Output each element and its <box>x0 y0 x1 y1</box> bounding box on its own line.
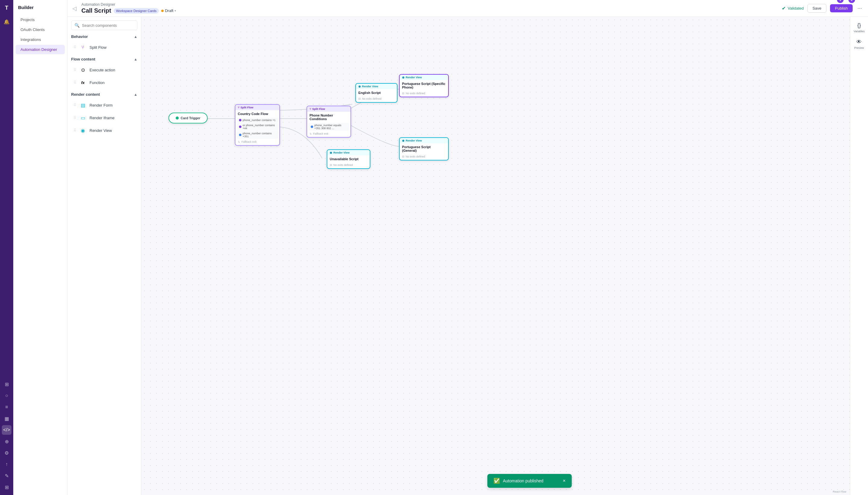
flow-canvas[interactable]: Card Trigger ⑂ Split Flow Country Code F… <box>141 17 850 495</box>
comp-render-view[interactable]: ⠿ ◉ Render View <box>71 124 137 136</box>
render-form-icon: ▤ <box>79 101 86 109</box>
breadcrumb: Automation Designer <box>81 2 176 6</box>
comp-render-form[interactable]: ⠿ ▤ Render Form <box>71 99 137 111</box>
publish-button[interactable]: Publish <box>830 4 853 12</box>
node-english-script[interactable]: ◉ Render View English Script ⊟ No exits … <box>355 83 397 103</box>
sidebar-item-automation[interactable]: Automation Designer <box>16 45 65 54</box>
sidebar-item-oauth[interactable]: OAuth Clients <box>16 25 65 34</box>
execute-action-icon: ⊙ <box>79 66 86 73</box>
nav-edit-icon[interactable]: ✎ <box>2 471 12 480</box>
behavior-section-header: Behavior ▲ <box>71 34 137 39</box>
app-logo[interactable]: T <box>2 3 12 13</box>
node-phone-number-conditions[interactable]: ⑂ Split Flow Phone Number Conditions pho… <box>307 106 351 138</box>
badge-2: 2 <box>848 0 855 3</box>
nav-list-icon[interactable]: ≡ <box>2 402 12 412</box>
page-title: Call Script <box>81 7 111 14</box>
nav-settings-icon[interactable]: ⚙ <box>2 448 12 458</box>
react-flow-label: React Flow <box>833 490 846 493</box>
render-iframe-label: Render Iframe <box>89 116 115 120</box>
drag-handle-function: ⠿ <box>73 80 76 85</box>
comp-split-flow[interactable]: ⠿ ⑂ Split Flow <box>71 41 137 53</box>
phone-condition-1: phone_number equals +351 308 802 ... <box>308 123 349 131</box>
search-box[interactable]: 🔍 <box>71 20 137 30</box>
drag-handle-split: ⠿ <box>73 45 76 49</box>
variables-label: Variables <box>853 30 865 33</box>
render-form-label: Render Form <box>89 103 113 107</box>
node-unavailable-script[interactable]: ◉ Render View Unavailable Script ⊟ No ex… <box>327 149 371 169</box>
comp-render-iframe[interactable]: ⠿ ▭ Render Iframe <box>71 112 137 124</box>
unavailable-title: Unavailable Script <box>327 155 370 163</box>
nav-home-icon[interactable]: ⊞ <box>2 379 12 389</box>
flow-content-collapse[interactable]: ▲ <box>134 57 137 62</box>
comp-execute-action[interactable]: ⠿ ⊙ Execute action <box>71 64 137 76</box>
component-panel: 🔍 Behavior ▲ ⠿ ⑂ Split Flow Flow content… <box>67 17 141 495</box>
function-label: Function <box>89 80 104 85</box>
nav-grid-icon[interactable]: ⊞ <box>2 482 12 492</box>
nav-puzzle-icon[interactable]: ⊕ <box>2 437 12 446</box>
render-content-collapse[interactable]: ▲ <box>134 92 137 97</box>
right-panel: {} Variables 👁 Preview <box>850 17 868 495</box>
comp-function[interactable]: ⠿ fx Function <box>71 76 137 88</box>
nav-bell[interactable]: 🔔 <box>2 17 12 27</box>
node-card-trigger[interactable]: Card Trigger <box>168 113 208 123</box>
toast-message: Automation published <box>503 478 544 483</box>
draft-dot <box>161 10 164 12</box>
nav-contacts-icon[interactable]: ○ <box>2 391 12 400</box>
search-input[interactable] <box>82 23 134 28</box>
trigger-dot <box>176 117 179 120</box>
preview-icon: 👁 <box>856 39 862 45</box>
condition-1: phone_number contains +1 <box>236 118 278 122</box>
behavior-collapse[interactable]: ▲ <box>134 35 137 39</box>
preview-panel-item[interactable]: 👁 Preview <box>852 37 866 51</box>
flow-content-title: Flow content <box>71 57 95 62</box>
node-portuguese-general[interactable]: ◉ Render View Portuguese Script (General… <box>399 137 449 160</box>
topbar-title-row: Call Script Workspace Designer Cards Dra… <box>81 7 176 14</box>
check-icon: ✔ <box>782 5 786 11</box>
back-button[interactable]: ◁ <box>72 5 77 12</box>
more-options-button[interactable]: ··· <box>856 4 863 13</box>
preview-label: Preview <box>854 46 864 49</box>
toast-check-icon: ✅ <box>493 478 500 484</box>
portuguese-general-title: Portuguese Script (General) <box>400 143 448 154</box>
render-view-label: Render View <box>89 128 112 133</box>
portuguese-specific-header: ◉ Render View <box>400 75 448 80</box>
country-code-header: ⑂ Split Flow <box>235 105 279 110</box>
drag-handle-form: ⠿ <box>73 103 76 107</box>
nav-deploy-icon[interactable]: ↑ <box>2 459 12 469</box>
connections-svg <box>141 17 850 495</box>
condition-3: phone_number contains +351 <box>236 131 278 139</box>
content-area: 🔍 Behavior ▲ ⠿ ⑂ Split Flow Flow content… <box>67 17 868 495</box>
draft-status[interactable]: Draft ▾ <box>161 8 176 13</box>
topbar-info: Automation Designer Call Script Workspac… <box>81 2 176 14</box>
function-icon: fx <box>79 79 86 86</box>
english-script-title: English Script <box>356 89 397 96</box>
behavior-title: Behavior <box>71 34 88 39</box>
save-button[interactable]: Save <box>807 4 827 13</box>
condition-2: or phone_number contains +44 <box>236 123 278 131</box>
drag-handle-iframe: ⠿ <box>73 116 76 120</box>
sidebar-item-projects[interactable]: Projects <box>16 15 65 24</box>
unavailable-exits: ⊟ No exits defined <box>327 163 370 168</box>
render-content-section-header: Render content ▲ <box>71 92 137 97</box>
sidebar: Builder Projects OAuth Clients Integrati… <box>13 0 67 495</box>
toast-notification: ✅ Automation published × <box>487 474 572 488</box>
node-country-code-flow[interactable]: ⑂ Split Flow Country Code Flow phone_num… <box>235 104 280 146</box>
nav-table-icon[interactable]: ▦ <box>2 414 12 423</box>
validated-label: Validated <box>788 6 803 11</box>
portuguese-general-exits: ⊟ No exits defined <box>400 154 448 160</box>
variables-icon: {} <box>857 22 861 29</box>
sidebar-title: Builder <box>13 5 67 15</box>
country-code-fallback: ↳ Fallback exit <box>235 139 279 145</box>
variables-panel-item[interactable]: {} Variables <box>852 20 867 35</box>
card-trigger-label: Card Trigger <box>181 116 200 120</box>
publish-wrapper: Publish 1 2 <box>830 4 853 12</box>
search-icon: 🔍 <box>75 23 80 28</box>
toast-close-button[interactable]: × <box>563 478 566 483</box>
node-portuguese-specific[interactable]: ◉ Render View Portuguese Script (Specifi… <box>399 74 449 97</box>
country-code-title: Country Code Flow <box>235 110 279 117</box>
portuguese-specific-title: Portuguese Script (Specific Phone) <box>400 80 448 91</box>
main-area: ◁ Automation Designer Call Script Worksp… <box>67 0 868 495</box>
sidebar-item-integrations[interactable]: Integrations <box>16 35 65 44</box>
nav-code-icon[interactable]: </> <box>2 425 12 435</box>
left-navigation: T 🔔 ⊞ ○ ≡ ▦ </> ⊕ ⚙ ↑ ✎ ⊞ <box>0 0 13 495</box>
